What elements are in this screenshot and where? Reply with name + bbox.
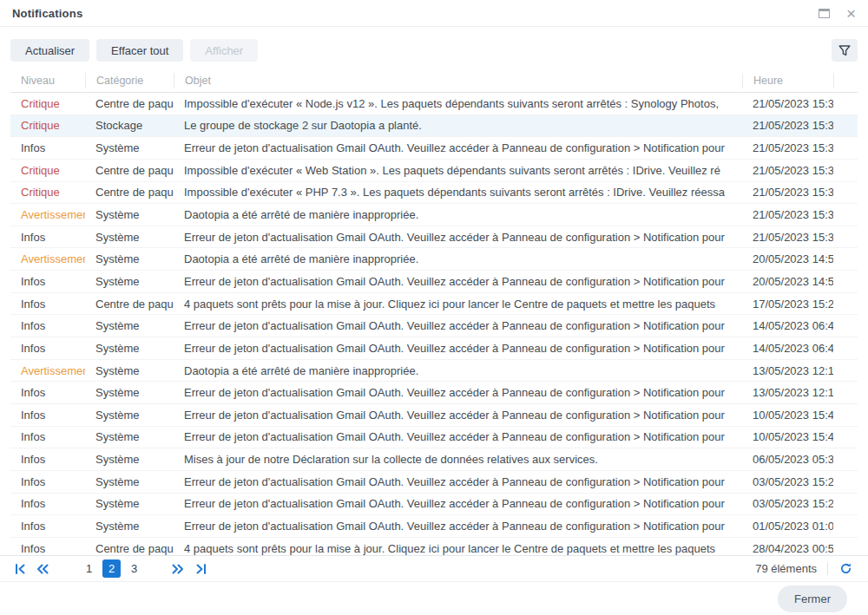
filter-button[interactable] xyxy=(832,39,858,62)
last-page-button[interactable] xyxy=(193,561,208,577)
table-row[interactable]: Infos Système Erreur de jeton d'actualis… xyxy=(10,515,858,538)
table-row[interactable]: Infos Système Erreur de jeton d'actualis… xyxy=(10,427,858,449)
next-page-icon xyxy=(171,563,185,575)
subject-cell: Impossible d'exécuter « PHP 7.3 ». Les p… xyxy=(174,186,742,199)
time-cell: 10/05/2023 15:4 xyxy=(742,409,833,422)
table-header: Niveau Catégorie Objet Heure xyxy=(10,69,858,93)
category-cell: Système xyxy=(85,409,174,422)
column-header-category[interactable]: Catégorie xyxy=(85,73,174,88)
category-cell: Centre de paquets xyxy=(85,97,174,110)
table-row[interactable]: Infos Système Erreur de jeton d'actualis… xyxy=(10,337,858,360)
column-header-time[interactable]: Heure xyxy=(742,73,833,88)
subject-cell: Erreur de jeton d'actualisation Gmail OA… xyxy=(174,386,742,399)
subject-cell: Le groupe de stockage 2 sur Daotopia a p… xyxy=(174,119,742,132)
time-cell: 17/05/2023 15:2 xyxy=(742,298,833,311)
subject-cell: 4 paquets sont prêts pour la mise à jour… xyxy=(174,298,742,311)
category-cell: Centre de paquets xyxy=(85,164,174,177)
time-cell: 21/05/2023 15:3 xyxy=(742,97,833,110)
table-row[interactable]: Infos Centre de paquets 4 paquets sont p… xyxy=(10,293,858,316)
level-cell: Infos xyxy=(10,275,85,288)
subject-cell: Erreur de jeton d'actualisation Gmail OA… xyxy=(174,275,742,288)
category-cell: Stockage xyxy=(85,119,174,132)
previous-page-button[interactable] xyxy=(35,561,50,577)
category-cell: Système xyxy=(85,475,174,488)
subject-cell: Impossible d'exécuter « Node.js v12 ». L… xyxy=(174,97,742,110)
table-row[interactable]: Infos Système Erreur de jeton d'actualis… xyxy=(10,226,858,249)
category-cell: Système xyxy=(85,430,174,443)
level-cell: Infos xyxy=(10,386,85,399)
level-cell: Infos xyxy=(10,319,85,332)
close-dialog-button[interactable]: Fermer xyxy=(778,586,847,612)
subject-cell: Erreur de jeton d'actualisation Gmail OA… xyxy=(174,319,742,332)
subject-cell: Daotopia a été arrêté de manière inappro… xyxy=(174,208,742,221)
maximize-icon xyxy=(819,9,830,18)
time-cell: 14/05/2023 06:4 xyxy=(742,342,833,355)
table-row[interactable]: Infos Centre de paquets 4 paquets sont p… xyxy=(10,538,858,555)
time-cell: 03/05/2023 15:2 xyxy=(742,497,833,510)
category-cell: Système xyxy=(85,319,174,332)
category-cell: Système xyxy=(85,453,174,466)
table-row[interactable]: Infos Système Erreur de jeton d'actualis… xyxy=(10,315,858,337)
refresh-button[interactable]: Actualiser xyxy=(10,39,89,62)
filter-funnel-icon xyxy=(838,44,851,56)
first-page-button[interactable] xyxy=(12,561,28,577)
table-row[interactable]: Critique Centre de paquets Impossible d'… xyxy=(10,160,858,182)
items-count: 79 éléments xyxy=(755,562,828,575)
time-cell: 21/05/2023 15:3 xyxy=(742,231,833,244)
subject-cell: Erreur de jeton d'actualisation Gmail OA… xyxy=(174,409,742,422)
maximize-button[interactable] xyxy=(817,5,832,21)
level-cell: Critique xyxy=(10,119,85,132)
table-row[interactable]: Avertissement Système Daotopia a été arr… xyxy=(10,360,858,383)
subject-cell: Mises à jour de notre Déclaration sur la… xyxy=(174,453,742,466)
pagination-bar: 123 79 éléments xyxy=(0,555,868,581)
table-row[interactable]: Infos Système Erreur de jeton d'actualis… xyxy=(10,271,858,293)
page-number-button[interactable]: 1 xyxy=(80,559,98,578)
time-cell: 14/05/2023 06:4 xyxy=(742,319,833,332)
page-numbers: 123 xyxy=(80,559,148,578)
clear-all-button[interactable]: Effacer tout xyxy=(96,39,183,62)
table-body: Critique Centre de paquets Impossible d'… xyxy=(10,93,858,555)
time-cell: 10/05/2023 15:4 xyxy=(742,430,833,443)
time-cell: 28/04/2023 00:5 xyxy=(742,542,833,555)
close-icon[interactable]: × xyxy=(846,8,856,19)
next-page-button[interactable] xyxy=(170,561,186,577)
page-number-button[interactable]: 3 xyxy=(125,559,143,578)
table-row[interactable]: Infos Système Erreur de jeton d'actualis… xyxy=(10,382,858,404)
level-cell: Avertissement xyxy=(10,252,85,265)
notifications-table: Niveau Catégorie Objet Heure Critique Ce… xyxy=(0,69,868,555)
refresh-list-button[interactable] xyxy=(835,560,856,578)
column-header-spacer xyxy=(833,73,858,88)
table-row[interactable]: Critique Stockage Le groupe de stockage … xyxy=(10,115,858,138)
subject-cell: Erreur de jeton d'actualisation Gmail OA… xyxy=(174,141,742,154)
table-row[interactable]: Infos Système Erreur de jeton d'actualis… xyxy=(10,404,858,427)
level-cell: Infos xyxy=(10,342,85,355)
time-cell: 21/05/2023 15:3 xyxy=(742,208,833,221)
level-cell: Infos xyxy=(10,141,85,154)
last-page-icon xyxy=(194,563,207,575)
category-cell: Système xyxy=(85,275,174,288)
time-cell: 21/05/2023 15:3 xyxy=(742,164,833,177)
time-cell: 20/05/2023 14:5 xyxy=(742,252,833,265)
table-row[interactable]: Avertissement Système Daotopia a été arr… xyxy=(10,248,858,271)
table-row[interactable]: Infos Système Erreur de jeton d'actualis… xyxy=(10,471,858,494)
subject-cell: Daotopia a été arrêté de manière inappro… xyxy=(174,252,742,265)
column-header-level[interactable]: Niveau xyxy=(10,73,85,88)
page-number-button[interactable]: 2 xyxy=(102,559,121,578)
subject-cell: Erreur de jeton d'actualisation Gmail OA… xyxy=(174,342,742,355)
table-row[interactable]: Critique Centre de paquets Impossible d'… xyxy=(10,182,858,205)
table-row[interactable]: Avertissement Système Daotopia a été arr… xyxy=(10,204,858,226)
table-row[interactable]: Infos Système Erreur de jeton d'actualis… xyxy=(10,137,858,160)
table-row[interactable]: Infos Système Mises à jour de notre Décl… xyxy=(10,448,858,471)
category-cell: Système xyxy=(85,386,174,399)
time-cell: 13/05/2023 12:1 xyxy=(742,386,833,399)
category-cell: Système xyxy=(85,364,174,377)
table-row[interactable]: Critique Centre de paquets Impossible d'… xyxy=(10,93,858,115)
subject-cell: Erreur de jeton d'actualisation Gmail OA… xyxy=(174,475,742,488)
column-header-subject[interactable]: Objet xyxy=(174,73,742,88)
subject-cell: Erreur de jeton d'actualisation Gmail OA… xyxy=(174,520,742,533)
table-row[interactable]: Infos Système Erreur de jeton d'actualis… xyxy=(10,494,858,516)
level-cell: Infos xyxy=(10,430,85,443)
show-button: Afficher xyxy=(190,39,258,62)
level-cell: Critique xyxy=(10,164,85,177)
level-cell: Infos xyxy=(10,520,85,533)
